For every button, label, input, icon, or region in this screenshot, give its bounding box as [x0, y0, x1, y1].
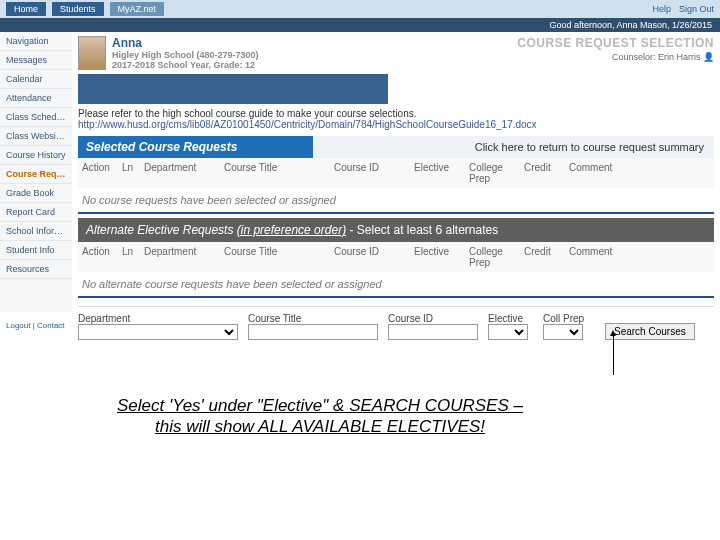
- link-signout[interactable]: Sign Out: [679, 4, 714, 14]
- course-guide-link[interactable]: http://www.husd.org/cms/lib08/AZ01001450…: [78, 119, 537, 130]
- col-college-prep: College Prep: [465, 246, 520, 268]
- search-dept-select[interactable]: [78, 324, 238, 340]
- search-dept-label: Department: [78, 313, 248, 324]
- alternate-empty-message: No alternate course requests have been s…: [78, 272, 714, 298]
- avatar: [78, 36, 106, 70]
- col-department: Department: [140, 246, 220, 268]
- search-bar: Department Course Title Course ID Electi…: [78, 306, 714, 344]
- guide-text: Please refer to the high school course g…: [78, 108, 417, 119]
- alt-title-a: Alternate Elective Requests: [86, 223, 237, 237]
- student-year: 2017-2018 School Year, Grade: 12: [112, 60, 259, 70]
- info-highlight-box: [78, 74, 388, 104]
- col-credit: Credit: [520, 246, 565, 268]
- alt-title-b: (in preference order): [237, 223, 346, 237]
- student-school: Higley High School (480-279-7300): [112, 50, 259, 60]
- person-icon: 👤: [703, 52, 714, 62]
- page-title: COURSE REQUEST SELECTION: [517, 36, 714, 50]
- col-comment: Comment: [565, 246, 714, 268]
- col-action: Action: [78, 246, 118, 268]
- col-department: Department: [140, 162, 220, 184]
- col-ln: Ln: [118, 246, 140, 268]
- col-course-title: Course Title: [220, 162, 330, 184]
- col-action: Action: [78, 162, 118, 184]
- sidebar-item-report-card[interactable]: Report Card: [0, 203, 72, 222]
- search-elective-label: Elective: [488, 313, 543, 324]
- col-ln: Ln: [118, 162, 140, 184]
- selected-table-header: Action Ln Department Course Title Course…: [78, 158, 714, 188]
- footer-links: Logout | Contact: [6, 321, 65, 330]
- col-comment: Comment: [565, 162, 714, 184]
- tab-site[interactable]: MyAZ.net: [110, 2, 165, 16]
- counselor-label-text: Counselor:: [612, 52, 656, 62]
- search-title-input[interactable]: [248, 324, 378, 340]
- link-contact[interactable]: Contact: [37, 321, 65, 330]
- col-elective: Elective: [410, 246, 465, 268]
- search-id-input[interactable]: [388, 324, 478, 340]
- student-name: Anna: [112, 36, 259, 50]
- topbar: Home Students MyAZ.net Help Sign Out: [0, 0, 720, 18]
- course-guide-text: Please refer to the high school course g…: [78, 108, 714, 130]
- return-summary-link[interactable]: Click here to return to course request s…: [313, 136, 714, 158]
- tab-students[interactable]: Students: [52, 2, 104, 16]
- annotation-line2: this will show ALL AVAILABLE ELECTIVES!: [155, 417, 485, 436]
- sidebar: Navigation Messages Calendar Attendance …: [0, 32, 72, 312]
- sidebar-item-student-info[interactable]: Student Info: [0, 241, 72, 260]
- tab-home[interactable]: Home: [6, 2, 46, 16]
- alt-title-c: - Select at least 6 alternates: [346, 223, 498, 237]
- search-collprep-label: Coll Prep: [543, 313, 601, 324]
- search-title-label: Course Title: [248, 313, 388, 324]
- sidebar-item-grade-book[interactable]: Grade Book: [0, 184, 72, 203]
- alternate-table-header: Action Ln Department Course Title Course…: [78, 242, 714, 272]
- alternate-requests-header: Alternate Elective Requests (in preferen…: [78, 218, 714, 242]
- sidebar-item-class-websites[interactable]: Class Websites: [0, 127, 72, 146]
- counselor-label: Counselor: Erin Harris 👤: [612, 52, 714, 62]
- col-course-id: Course ID: [330, 246, 410, 268]
- col-elective: Elective: [410, 162, 465, 184]
- sidebar-item-attendance[interactable]: Attendance: [0, 89, 72, 108]
- search-elective-select[interactable]: [488, 324, 528, 340]
- sidebar-item-resources[interactable]: Resources: [0, 260, 72, 279]
- link-help[interactable]: Help: [652, 4, 671, 14]
- greeting-bar: Good afternoon, Anna Mason, 1/26/2015: [0, 18, 720, 32]
- sidebar-item-school-information[interactable]: School Information: [0, 222, 72, 241]
- annotation-arrow: [613, 335, 614, 375]
- sidebar-item-course-request[interactable]: Course Request: [0, 165, 72, 184]
- selected-empty-message: No course requests have been selected or…: [78, 188, 714, 214]
- link-logout[interactable]: Logout: [6, 321, 30, 330]
- main-content: COURSE REQUEST SELECTION Counselor: Erin…: [72, 32, 720, 312]
- annotation-line1: Select 'Yes' under "Elective" & SEARCH C…: [117, 396, 523, 415]
- instruction-annotation: Select 'Yes' under "Elective" & SEARCH C…: [90, 395, 550, 438]
- selected-requests-header: Selected Course Requests: [78, 136, 313, 158]
- col-course-id: Course ID: [330, 162, 410, 184]
- sidebar-item-messages[interactable]: Messages: [0, 51, 72, 70]
- sidebar-item-navigation[interactable]: Navigation: [0, 32, 72, 51]
- sidebar-item-class-schedule[interactable]: Class Schedule: [0, 108, 72, 127]
- col-college-prep: College Prep: [465, 162, 520, 184]
- col-course-title: Course Title: [220, 246, 330, 268]
- col-credit: Credit: [520, 162, 565, 184]
- counselor-name: Erin Harris: [658, 52, 701, 62]
- search-courses-button[interactable]: Search Courses: [605, 323, 695, 340]
- search-id-label: Course ID: [388, 313, 488, 324]
- sidebar-item-course-history[interactable]: Course History: [0, 146, 72, 165]
- sidebar-item-calendar[interactable]: Calendar: [0, 70, 72, 89]
- search-collprep-select[interactable]: [543, 324, 583, 340]
